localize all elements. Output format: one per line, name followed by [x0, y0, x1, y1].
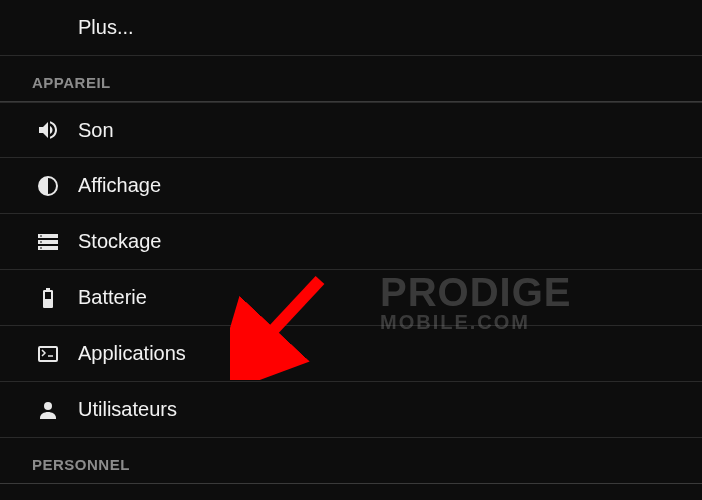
- settings-screen: Plus... APPAREIL Son Affichage Stockage …: [0, 0, 702, 500]
- users-icon: [36, 398, 60, 422]
- settings-item-label: Plus...: [78, 16, 134, 39]
- settings-item-users[interactable]: Utilisateurs: [0, 382, 702, 438]
- battery-icon: [36, 286, 60, 310]
- settings-item-applications[interactable]: Applications: [0, 326, 702, 382]
- settings-item-label: Son: [78, 119, 114, 142]
- settings-item-sound[interactable]: Son: [0, 102, 702, 158]
- settings-item-label: Stockage: [78, 230, 161, 253]
- svg-rect-5: [40, 247, 42, 248]
- storage-icon: [36, 230, 60, 254]
- settings-item-more[interactable]: Plus...: [0, 0, 702, 56]
- settings-item-battery[interactable]: Batterie: [0, 270, 702, 326]
- settings-item-label: Affichage: [78, 174, 161, 197]
- svg-rect-7: [39, 347, 57, 361]
- settings-item-display[interactable]: Affichage: [0, 158, 702, 214]
- display-icon: [36, 174, 60, 198]
- sound-icon: [36, 118, 60, 142]
- settings-item-storage[interactable]: Stockage: [0, 214, 702, 270]
- svg-rect-6: [45, 292, 51, 299]
- settings-item-label: Utilisateurs: [78, 398, 177, 421]
- section-header-appareil: APPAREIL: [0, 56, 702, 102]
- apps-icon: [36, 342, 60, 366]
- settings-item-label: Applications: [78, 342, 186, 365]
- svg-rect-4: [40, 241, 42, 242]
- svg-point-8: [44, 402, 52, 410]
- settings-item-label: Batterie: [78, 286, 147, 309]
- section-header-personnel: PERSONNEL: [0, 438, 702, 484]
- svg-rect-3: [40, 235, 42, 236]
